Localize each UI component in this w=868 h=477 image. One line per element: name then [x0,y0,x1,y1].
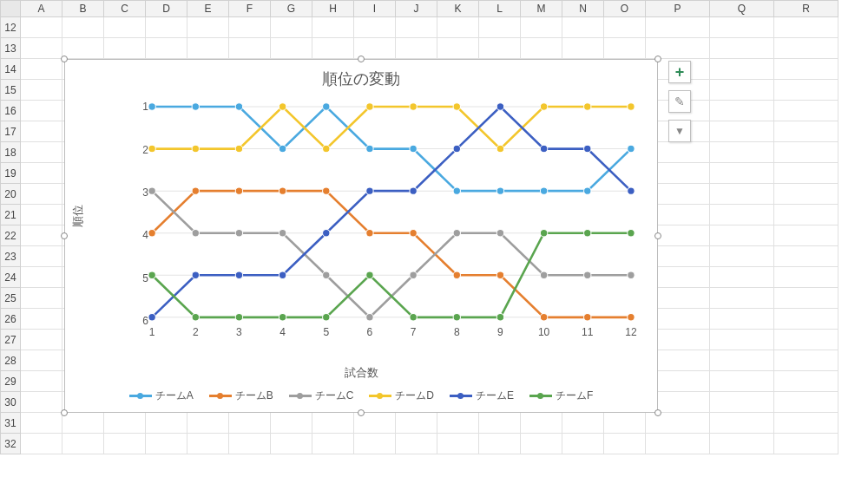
column-header[interactable]: D [146,0,187,17]
row-header[interactable]: 17 [0,121,21,142]
chart-style-button[interactable]: ✎ [668,90,691,113]
resize-handle[interactable] [358,56,365,62]
cell[interactable] [312,434,354,454]
column-header[interactable]: E [187,0,229,17]
cell[interactable] [710,59,774,80]
cell[interactable] [521,17,562,38]
cell[interactable] [271,38,312,59]
cell[interactable] [774,330,838,350]
cell[interactable] [146,17,187,38]
cell[interactable] [521,38,562,59]
cell[interactable] [479,413,521,434]
cell[interactable] [710,38,774,59]
cell[interactable] [312,413,354,434]
cell[interactable] [774,309,838,330]
cell[interactable] [774,142,838,163]
column-header[interactable]: O [604,0,646,17]
cell[interactable] [437,17,479,38]
column-header[interactable]: M [521,0,562,17]
cell[interactable] [21,371,62,392]
resize-handle[interactable] [654,232,661,239]
column-header[interactable]: I [354,0,396,17]
cell[interactable] [21,330,62,350]
cell[interactable] [104,413,146,434]
cell[interactable] [21,288,62,309]
row-header[interactable]: 28 [0,350,21,371]
row-header[interactable]: 24 [0,267,21,288]
cell[interactable] [146,413,187,434]
cell[interactable] [396,434,437,454]
cell[interactable] [521,413,562,434]
cell[interactable] [21,17,62,38]
cell[interactable] [604,434,646,454]
column-header[interactable]: P [646,0,710,17]
cell[interactable] [562,17,604,38]
chart-plot-area[interactable]: 123456123456789101112 [117,100,640,348]
cell[interactable] [21,184,62,205]
cell[interactable] [21,121,62,142]
row-header[interactable]: 32 [0,434,21,454]
y-axis-title[interactable]: 順位 [70,205,86,227]
cell[interactable] [21,59,62,80]
cell[interactable] [229,413,271,434]
cell[interactable] [710,17,774,38]
cell[interactable] [774,392,838,413]
cell[interactable] [271,413,312,434]
cell[interactable] [271,434,312,454]
cell[interactable] [21,350,62,371]
cell[interactable] [562,413,604,434]
legend-item[interactable]: チームE [450,389,514,403]
cell[interactable] [354,434,396,454]
cell[interactable] [774,267,838,288]
column-header[interactable]: C [104,0,146,17]
cell[interactable] [21,205,62,225]
chart-filter-button[interactable]: ▼ [668,120,691,142]
cell[interactable] [437,38,479,59]
row-header[interactable]: 15 [0,80,21,101]
cell[interactable] [710,80,774,101]
chart-title[interactable]: 順位の変動 [65,60,657,89]
cell[interactable] [146,434,187,454]
cell[interactable] [354,17,396,38]
cell[interactable] [774,434,838,454]
cell[interactable] [21,309,62,330]
cell[interactable] [187,413,229,434]
cell[interactable] [774,80,838,101]
cell[interactable] [104,434,146,454]
cell[interactable] [710,330,774,350]
cell[interactable] [187,38,229,59]
cell[interactable] [710,163,774,184]
chart-legend[interactable]: チームAチームBチームCチームDチームEチームF [65,389,657,403]
column-header[interactable]: F [229,0,271,17]
cell[interactable] [21,267,62,288]
cell[interactable] [396,413,437,434]
cell[interactable] [479,38,521,59]
cell[interactable] [21,413,62,434]
row-header[interactable]: 22 [0,225,21,246]
cell[interactable] [774,59,838,80]
cell[interactable] [562,434,604,454]
row-header[interactable]: 29 [0,371,21,392]
cell[interactable] [62,17,104,38]
cell[interactable] [479,17,521,38]
column-header[interactable]: L [479,0,521,17]
cell[interactable] [187,434,229,454]
cell[interactable] [21,392,62,413]
column-header[interactable]: N [562,0,604,17]
cell[interactable] [646,434,710,454]
cell[interactable] [21,142,62,163]
cell[interactable] [479,434,521,454]
cell[interactable] [521,434,562,454]
cell[interactable] [62,413,104,434]
cell[interactable] [229,434,271,454]
cell[interactable] [646,413,710,434]
cell[interactable] [604,17,646,38]
row-header[interactable]: 31 [0,413,21,434]
row-header[interactable]: 16 [0,101,21,121]
cell[interactable] [774,413,838,434]
cell[interactable] [21,101,62,121]
cell[interactable] [229,38,271,59]
cell[interactable] [21,246,62,267]
resize-handle[interactable] [358,409,365,416]
cell[interactable] [710,101,774,121]
